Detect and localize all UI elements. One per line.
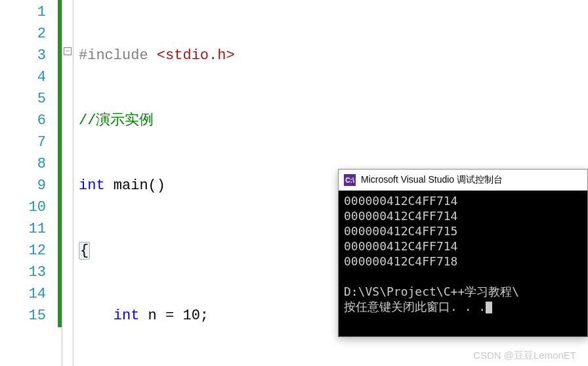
- fold-collapse-icon[interactable]: −: [64, 47, 72, 55]
- function-name: main(): [105, 177, 165, 194]
- line-number: 7: [0, 131, 46, 153]
- keyword: int: [114, 308, 140, 324]
- code-text: n = 10;: [139, 308, 209, 324]
- line-number-gutter: 1 2 3 4 5 6 7 8 9 10 11 12 13 14 15: [0, 0, 58, 366]
- keyword: int: [79, 177, 105, 194]
- debug-console-window[interactable]: C:\ Microsoft Visual Studio 调试控制台 000000…: [338, 169, 588, 337]
- console-path: D:\VS\Project\C++学习教程\: [344, 285, 519, 298]
- comment: //演示实例: [79, 112, 154, 129]
- line-number: 1: [0, 1, 46, 23]
- line-number: 6: [0, 110, 46, 131]
- visual-studio-icon: C:\: [344, 174, 356, 186]
- brace-open: {: [79, 242, 90, 260]
- line-number: 5: [0, 88, 46, 110]
- line-number: 3: [0, 45, 46, 66]
- cursor-icon: [486, 302, 492, 313]
- console-line: 000000412C4FF715: [344, 224, 457, 238]
- line-number: 13: [0, 262, 46, 283]
- console-titlebar[interactable]: C:\ Microsoft Visual Studio 调试控制台: [339, 170, 587, 191]
- line-number: 10: [0, 196, 46, 218]
- console-title-text: Microsoft Visual Studio 调试控制台: [361, 174, 503, 186]
- line-number: 9: [0, 175, 46, 196]
- line-number: 14: [0, 283, 46, 305]
- console-prompt: 按任意键关闭此窗口. . .: [344, 300, 486, 313]
- line-number: 4: [0, 66, 46, 88]
- line-number: 8: [0, 153, 46, 175]
- console-line: 000000412C4FF714: [344, 194, 457, 208]
- console-output[interactable]: 000000412C4FF714 000000412C4FF714 000000…: [339, 191, 587, 336]
- preprocessor: #include: [79, 47, 157, 64]
- console-line: 000000412C4FF714: [344, 239, 457, 253]
- console-line: 000000412C4FF718: [344, 254, 457, 268]
- fold-column[interactable]: −: [62, 0, 74, 366]
- line-number: 2: [0, 23, 46, 45]
- console-line: 000000412C4FF714: [344, 209, 457, 223]
- include-path: <stdio.h>: [157, 47, 235, 64]
- line-number: 12: [0, 240, 46, 262]
- watermark: CSDN @豆豆LemonET: [473, 350, 576, 362]
- line-number: 15: [0, 305, 46, 327]
- line-number: 11: [0, 218, 46, 240]
